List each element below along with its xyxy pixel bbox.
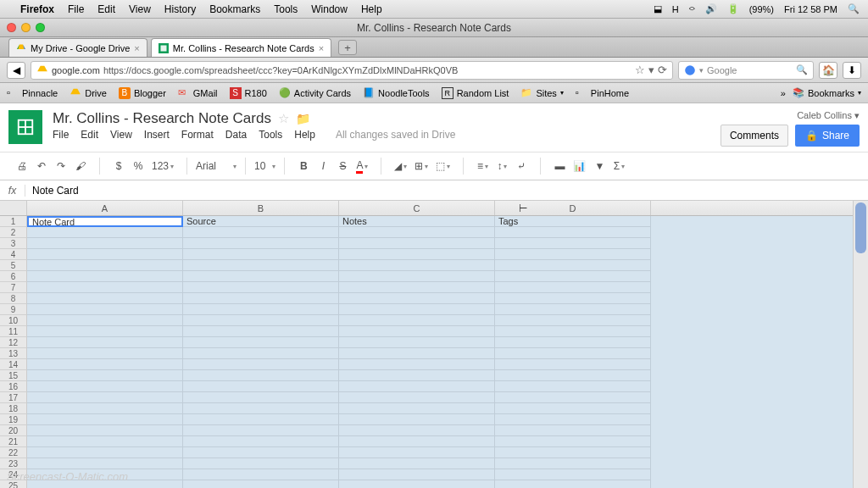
filter-button[interactable]: ▼ [591,156,608,176]
cell[interactable] [339,414,495,425]
docs-menu-tools[interactable]: Tools [259,129,282,141]
row-header[interactable]: 10 [0,315,27,326]
cell[interactable] [495,238,651,249]
cell[interactable] [339,238,495,249]
row-header[interactable]: 8 [0,293,27,304]
number-format-button[interactable]: 123▾ [149,156,176,176]
docs-menu-format[interactable]: Format [181,129,214,141]
cell[interactable] [27,260,183,271]
cell[interactable] [339,436,495,447]
cell[interactable] [183,348,339,359]
col-header-a[interactable]: A [27,201,183,215]
cell[interactable] [339,469,495,480]
functions-button[interactable]: Σ▾ [610,156,627,176]
cell[interactable] [339,403,495,414]
row-header[interactable]: 13 [0,348,27,359]
menu-tools[interactable]: Tools [274,3,298,15]
docs-menu-insert[interactable]: Insert [144,129,170,141]
cell[interactable] [183,337,339,348]
row-header[interactable]: 19 [0,414,27,425]
currency-button[interactable]: $ [110,156,127,176]
strike-button[interactable]: S [334,156,351,176]
cell[interactable] [183,392,339,403]
docs-menu-file[interactable]: File [53,129,69,141]
search-icon[interactable]: 🔍 [796,64,808,75]
cell[interactable] [495,403,651,414]
row-header[interactable]: 4 [0,249,27,260]
cell[interactable] [339,447,495,458]
cell[interactable] [183,271,339,282]
tab-sheets[interactable]: Mr. Collins - Research Note Cards × [151,38,331,57]
cell[interactable] [495,260,651,271]
cell[interactable] [495,381,651,392]
row-header[interactable]: 15 [0,370,27,381]
cell[interactable] [183,381,339,392]
cell[interactable] [339,227,495,238]
zoom-window-icon[interactable] [36,23,45,32]
valign-button[interactable]: ↕▾ [493,156,510,176]
cell[interactable] [183,425,339,436]
cell[interactable] [339,337,495,348]
cell[interactable] [339,370,495,381]
insert-comment-button[interactable]: ▬ [551,156,568,176]
italic-button[interactable]: I [314,156,331,176]
cell[interactable] [339,260,495,271]
cell[interactable] [495,348,651,359]
cell[interactable] [183,326,339,337]
cell[interactable] [495,282,651,293]
cell[interactable] [183,315,339,326]
cell[interactable] [183,436,339,447]
row-header[interactable]: 6 [0,271,27,282]
text-color-button[interactable]: A▾ [353,156,370,176]
cell[interactable] [27,271,183,282]
cell[interactable] [27,359,183,370]
cell[interactable] [495,326,651,337]
tab-drive[interactable]: My Drive - Google Drive × [8,38,147,57]
fx-icon[interactable]: fx [0,185,25,197]
close-window-icon[interactable] [7,23,16,32]
bm-pinhome[interactable]: ▫PinHome [576,87,629,99]
cell[interactable]: Notes [339,216,495,227]
overflow-icon[interactable]: » [781,88,786,98]
reload-icon[interactable]: ⟳ [658,64,667,76]
vertical-scrollbar[interactable] [853,201,868,488]
cell[interactable] [183,370,339,381]
docs-menu-edit[interactable]: Edit [81,129,98,141]
row-header[interactable]: 12 [0,337,27,348]
cell[interactable] [183,249,339,260]
cell[interactable] [183,458,339,469]
cell[interactable] [495,425,651,436]
cell[interactable] [339,315,495,326]
bm-sites[interactable]: 📁Sites▾ [520,87,563,99]
cell[interactable] [27,425,183,436]
undo-button[interactable]: ↶ [33,156,50,176]
fill-color-button[interactable]: ◢▾ [392,156,409,176]
bm-pinnacle[interactable]: ▫Pinnacle [7,87,58,99]
cell[interactable] [27,238,183,249]
cell[interactable] [339,392,495,403]
dropdown-icon[interactable]: ▾ [648,64,654,76]
cell[interactable] [339,249,495,260]
row-header[interactable]: 18 [0,403,27,414]
cell[interactable] [495,304,651,315]
menu-help[interactable]: Help [361,3,382,15]
download-button[interactable]: ⬇ [843,62,861,79]
bm-random[interactable]: RRandom List [442,87,509,99]
menu-window[interactable]: Window [311,3,348,15]
app-name[interactable]: Firefox [20,3,54,15]
cell[interactable] [27,447,183,458]
menu-file[interactable]: File [68,3,84,15]
bold-button[interactable]: B [295,156,312,176]
row-header[interactable]: 17 [0,392,27,403]
row-header[interactable]: 16 [0,381,27,392]
cell[interactable]: Tags [495,216,651,227]
menu-edit[interactable]: Edit [97,3,115,15]
cell[interactable] [27,326,183,337]
cell[interactable] [183,227,339,238]
row-header[interactable]: 5 [0,260,27,271]
cell[interactable] [495,337,651,348]
cell[interactable] [339,293,495,304]
cell[interactable] [495,227,651,238]
cell[interactable] [27,458,183,469]
cell[interactable] [183,403,339,414]
